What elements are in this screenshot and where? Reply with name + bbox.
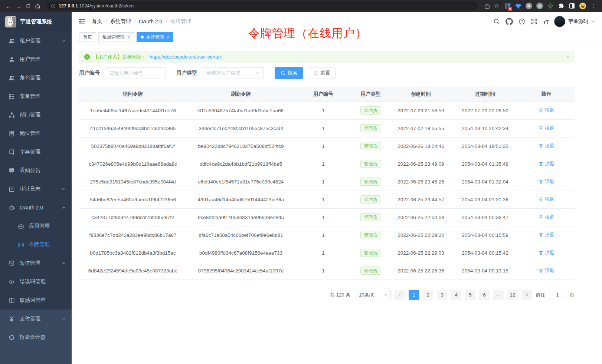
success-check-icon: ✓	[84, 54, 90, 60]
breadcrumb-item[interactable]: 首页	[92, 18, 102, 25]
info-alert: ✓ 【用户体系】文档地址： https://doc.iocoder.cn/use…	[79, 51, 575, 63]
page-button-3[interactable]: 3	[437, 290, 447, 300]
extension-sidebar-icon[interactable]	[568, 2, 576, 10]
trash-icon	[539, 215, 543, 219]
page-button-2[interactable]: 2	[423, 290, 433, 300]
force-logout-button[interactable]: 强退	[539, 214, 554, 221]
sms-icon	[9, 260, 15, 267]
refresh-icon	[313, 71, 318, 76]
search-icon[interactable]	[493, 18, 500, 25]
close-icon[interactable]: ×	[167, 35, 170, 40]
trash-icon	[539, 126, 543, 130]
tab-sensitive-words[interactable]: 敏感词管理×	[98, 32, 134, 42]
profile-emoji-icon[interactable]	[579, 2, 586, 10]
user-type-badge: 管理员	[360, 124, 381, 132]
user-type-badge: 管理员	[360, 231, 381, 239]
force-logout-button[interactable]: 强退	[539, 196, 554, 203]
extension-squares-icon[interactable]: 9	[504, 2, 511, 10]
sidebar-item-menu[interactable]: 菜单管理	[0, 87, 72, 106]
sidebar-item-dept[interactable]: 部门管理	[0, 106, 72, 124]
close-icon[interactable]: ×	[127, 35, 130, 40]
force-logout-button[interactable]: 强退	[539, 267, 554, 274]
site-info-icon[interactable]	[51, 4, 56, 9]
user-type-badge: 管理员	[360, 160, 381, 168]
sidebar-item-role[interactable]: 角色管理	[0, 69, 72, 87]
goto-suffix: 页	[570, 292, 575, 298]
sidebar-item-report[interactable]: 报表设计器	[0, 328, 72, 347]
app-logo-row[interactable]: 芋道管理系统	[0, 12, 72, 32]
trash-icon	[539, 179, 543, 184]
next-page-button[interactable]	[521, 290, 532, 300]
browser-menu-icon[interactable]: ⋮	[589, 2, 598, 10]
extension-puzzle-icon[interactable]	[557, 2, 565, 10]
force-logout-button[interactable]: 强退	[539, 125, 554, 132]
fullscreen-icon[interactable]	[531, 18, 537, 25]
browser-reload-icon[interactable]	[24, 2, 32, 10]
font-size-icon[interactable]: тT	[543, 19, 549, 25]
sidebar-item-audit[interactable]: 审计日志	[0, 180, 72, 198]
page-button-5[interactable]: 5	[465, 290, 475, 300]
force-logout-button[interactable]: 强退	[539, 249, 554, 256]
address-bar[interactable]: 127.0.0.1:1024/system/oauth2/token	[47, 1, 478, 10]
roles-icon	[9, 75, 15, 81]
page-button-4[interactable]: 4	[451, 290, 461, 300]
extension-command-icon[interactable]: ⌘	[525, 2, 533, 10]
goto-page-input[interactable]	[549, 290, 566, 300]
browser-forward-icon[interactable]: →	[14, 2, 22, 10]
help-icon[interactable]	[518, 18, 525, 25]
tab-token-management[interactable]: 令牌管理×	[137, 32, 174, 42]
pagination-total: 共 120 条	[330, 292, 350, 298]
sidebar-item-sms[interactable]: 短信管理	[0, 254, 72, 272]
sidebar-item-dict[interactable]: 字典管理	[0, 143, 72, 161]
sidebar-item-pay[interactable]: 支付管理	[0, 310, 72, 328]
sidebar-item-oauth-token[interactable]: 令牌管理	[0, 235, 72, 254]
sidebar-item-sensitive[interactable]: 敏感词管理	[0, 291, 72, 310]
tenants-icon	[9, 38, 15, 44]
sidebar-item-post[interactable]: 岗位管理	[0, 124, 72, 143]
force-logout-button[interactable]: 强退	[539, 161, 554, 167]
avatar	[554, 16, 565, 27]
sidebar-item-errorcode[interactable]: 错误码管理	[0, 272, 72, 291]
extension-gem-icon[interactable]	[514, 2, 522, 10]
alert-close-icon[interactable]: ×	[566, 54, 569, 60]
breadcrumb-separator: /	[134, 19, 136, 24]
page-button-6[interactable]: 6	[479, 290, 490, 300]
force-logout-button[interactable]: 强退	[539, 178, 554, 185]
breadcrumb-item[interactable]: OAuth 2.0	[139, 19, 162, 24]
search-button[interactable]: 搜索	[275, 67, 303, 79]
github-icon[interactable]	[506, 18, 513, 25]
prev-page-button[interactable]	[395, 290, 405, 300]
force-logout-button[interactable]: 强退	[539, 107, 554, 114]
chevron-up-icon	[62, 205, 66, 210]
sidebar-item-notice[interactable]: 通知公告	[0, 161, 72, 180]
page-button-12[interactable]: 12	[507, 290, 518, 300]
share-icon[interactable]	[483, 2, 491, 10]
page-ellipsis-button[interactable]: ···	[493, 290, 504, 300]
tab-home[interactable]: 首页	[79, 32, 96, 42]
sidebar-item-oauth-app[interactable]: 应用管理	[0, 217, 72, 235]
app-logo-rabbit	[5, 16, 16, 27]
user-id-input[interactable]	[105, 67, 166, 79]
extension-star-icon[interactable]	[547, 2, 554, 10]
trash-icon	[539, 232, 543, 237]
alert-doc-link[interactable]: https://doc.iocoder.cn/user-center/	[150, 54, 222, 60]
col-actions: 操作	[518, 87, 575, 102]
browser-home-icon[interactable]	[33, 2, 42, 10]
table-row: 1ea5e44f8bc1467aaede43144f31de76811c5304…	[79, 102, 575, 119]
extension-record-icon[interactable]	[536, 2, 543, 10]
sidebar: 芋道管理系统 租户管理 用户管理 角色管理 菜单管理 部门管理 岗位管理 字典管…	[0, 12, 72, 364]
sidebar-item-tenant[interactable]: 租户管理	[0, 32, 72, 50]
browser-back-icon[interactable]: ←	[4, 2, 13, 10]
page-size-select[interactable]: 10条/页	[355, 290, 391, 300]
sidebar-item-oauth[interactable]: OAuth 2.0	[0, 198, 72, 217]
page-button-1[interactable]: 1	[409, 290, 419, 300]
sidebar-item-user[interactable]: 用户管理	[0, 50, 72, 69]
collapse-sidebar-icon[interactable]	[78, 19, 85, 25]
user-type-select[interactable]: 请选择用户类型	[202, 67, 264, 79]
force-logout-button[interactable]: 强退	[539, 143, 554, 149]
reset-button[interactable]: 重置	[308, 67, 336, 79]
user-menu[interactable]: 芋道源码	[554, 16, 595, 27]
bookmark-star-icon[interactable]: ☆	[493, 2, 501, 10]
force-logout-button[interactable]: 强退	[539, 232, 554, 238]
breadcrumb-item[interactable]: 系统管理	[110, 18, 131, 25]
